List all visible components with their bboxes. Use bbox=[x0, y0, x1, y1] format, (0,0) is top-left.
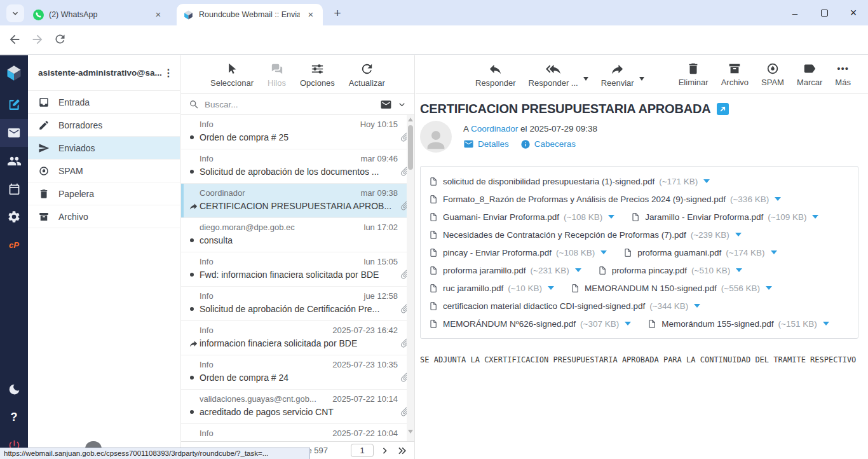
sidebar-item-enviados[interactable]: Enviados bbox=[28, 137, 180, 160]
reload-button[interactable] bbox=[53, 32, 69, 48]
spam-button[interactable]: SPAM bbox=[761, 62, 784, 87]
attachment-item[interactable]: solicitud de disponibilidad presupuestar… bbox=[429, 176, 710, 187]
chat-bubbles-icon bbox=[269, 62, 284, 76]
reply-all-button[interactable]: Responder ... bbox=[529, 62, 578, 88]
scroll-up-arrow[interactable] bbox=[408, 118, 413, 121]
headers-toggle[interactable]: Cabeceras bbox=[520, 139, 576, 149]
pdf-file-icon bbox=[429, 319, 438, 329]
message-row[interactable]: Infolun 15:05 Fwd: informacion finaciera… bbox=[181, 252, 414, 287]
attachment-item[interactable]: Guamani- Enviar Proforma.pdf(~108 KB) bbox=[429, 212, 614, 223]
attachment-item[interactable]: Memorándum 155-signed.pdf(~151 KB) bbox=[648, 319, 829, 329]
settings-nav-button[interactable] bbox=[0, 203, 28, 231]
headers-label: Cabeceras bbox=[534, 139, 576, 149]
message-row[interactable]: Infomar 09:46 Solicitud de aprobación de… bbox=[181, 149, 414, 184]
reply-button[interactable]: Responder bbox=[475, 62, 516, 88]
forward-button[interactable] bbox=[31, 32, 46, 48]
attachment-item[interactable]: MEMORÁNDUM Nº626-signed.pdf(~307 KB) bbox=[429, 319, 631, 329]
page-number-input[interactable] bbox=[351, 444, 374, 457]
sidebar-item-archivo[interactable]: Archivo bbox=[28, 205, 180, 228]
attachment-item[interactable]: Jaramillo - Enviar Proforma.pdf(~109 KB) bbox=[631, 212, 818, 223]
attachment-item[interactable]: Necesidades de Contratación y Recepción … bbox=[429, 230, 742, 240]
search-scope-mail-icon[interactable] bbox=[380, 99, 392, 111]
message-row[interactable]: Info2025-07-23 10:35 Orden de compra # 2… bbox=[181, 355, 414, 390]
scrollbar-thumb[interactable] bbox=[408, 125, 413, 170]
refresh-button[interactable]: Actualizar bbox=[349, 62, 385, 88]
message-row[interactable]: validaciones.guayas@cnt.gob...2025-07-22… bbox=[181, 390, 414, 424]
attachment-menu-caret-icon[interactable] bbox=[600, 250, 607, 254]
attachment-item[interactable]: proforma pincay.pdf(~510 KB) bbox=[598, 265, 742, 276]
window-minimize-button[interactable]: – bbox=[780, 0, 810, 25]
attachment-menu-caret-icon[interactable] bbox=[575, 268, 581, 272]
options-button[interactable]: Opciones bbox=[300, 62, 335, 88]
search-input[interactable] bbox=[205, 100, 375, 109]
attachment-menu-caret-icon[interactable] bbox=[548, 286, 554, 290]
attachment-menu-caret-icon[interactable] bbox=[812, 215, 818, 219]
archive-button[interactable]: Archivo bbox=[721, 62, 749, 87]
reply-all-icon bbox=[546, 62, 560, 76]
attachment-item[interactable]: certificacion material didactico CDI-sig… bbox=[429, 301, 700, 312]
pdf-file-icon bbox=[429, 194, 438, 205]
back-button[interactable] bbox=[8, 32, 23, 48]
attachment-item[interactable]: Formato_8_Razón de Proformas y Análisis … bbox=[429, 194, 781, 205]
tab-close-icon[interactable]: × bbox=[153, 9, 164, 20]
last-page-button[interactable] bbox=[397, 445, 408, 456]
list-scrollbar[interactable] bbox=[407, 115, 414, 441]
browser-tab-strip: (2) WhatsApp × Roundcube Webmail :: Envi… bbox=[0, 0, 868, 25]
tab-close-icon[interactable]: × bbox=[305, 9, 316, 20]
delete-button[interactable]: Eliminar bbox=[679, 62, 709, 87]
reply-all-dropdown-icon[interactable] bbox=[583, 77, 588, 81]
dark-mode-button[interactable] bbox=[0, 375, 28, 403]
message-row[interactable]: Info2025-07-23 16:42 informacion finacie… bbox=[181, 321, 414, 355]
attachment-menu-caret-icon[interactable] bbox=[703, 179, 710, 183]
compose-button[interactable] bbox=[0, 91, 28, 119]
new-tab-button[interactable]: + bbox=[329, 5, 346, 22]
cpanel-button[interactable]: cP bbox=[0, 231, 28, 259]
help-button[interactable]: ? bbox=[0, 403, 28, 431]
contacts-nav-button[interactable] bbox=[0, 147, 28, 175]
attachment-item[interactable]: MEMORANDUM N 150-signed.pdf(~556 KB) bbox=[571, 283, 772, 294]
attachment-menu-caret-icon[interactable] bbox=[694, 304, 700, 308]
more-button[interactable]: •••Más bbox=[835, 62, 851, 87]
threads-button[interactable]: Hilos bbox=[268, 62, 286, 88]
message-row-selected[interactable]: Coordinadormar 09:38 CERTIFICACION PRESU… bbox=[181, 184, 414, 218]
window-close-button[interactable]: × bbox=[839, 0, 868, 25]
tab-roundcube[interactable]: Roundcube Webmail :: Enviados × bbox=[177, 4, 323, 25]
message-row[interactable]: diego.moran@dpe.gob.eclun 17:02 consulta bbox=[181, 218, 414, 252]
select-button[interactable]: Seleccionar bbox=[210, 62, 254, 88]
sidebar-item-borradores[interactable]: Borradores bbox=[28, 114, 180, 137]
attachment-menu-caret-icon[interactable] bbox=[771, 250, 777, 254]
open-in-new-window-icon[interactable] bbox=[717, 103, 729, 115]
attachment-menu-caret-icon[interactable] bbox=[608, 215, 614, 219]
attachment-menu-caret-icon[interactable] bbox=[735, 233, 742, 236]
mail-nav-button[interactable] bbox=[0, 119, 28, 147]
sidebar-item-entrada[interactable]: Entrada bbox=[28, 91, 180, 114]
calendar-nav-button[interactable] bbox=[0, 175, 28, 203]
attachment-menu-caret-icon[interactable] bbox=[823, 322, 829, 325]
attachment-menu-caret-icon[interactable] bbox=[766, 286, 772, 290]
attachment-item[interactable]: proforma guamani.pdf(~174 KB) bbox=[623, 247, 776, 258]
folder-options-icon[interactable]: ⋮ bbox=[163, 67, 173, 79]
message-content: CERTIFICACION PRESUPUESTARIA APROBADA A … bbox=[416, 94, 868, 364]
forward-button[interactable]: Reenviar bbox=[601, 62, 634, 88]
next-page-button[interactable] bbox=[380, 446, 390, 456]
attachment-item[interactable]: pincay - Enviar Proforma.pdf(~108 KB) bbox=[429, 247, 607, 258]
tab-whatsapp[interactable]: (2) WhatsApp × bbox=[27, 4, 170, 25]
details-toggle[interactable]: Detalles bbox=[463, 139, 509, 149]
attachment-menu-caret-icon[interactable] bbox=[625, 322, 631, 325]
attachment-menu-caret-icon[interactable] bbox=[775, 197, 781, 201]
attachment-item[interactable]: proforma jaramillo.pdf(~231 KB) bbox=[429, 265, 581, 276]
scroll-down-arrow[interactable] bbox=[408, 430, 413, 434]
mark-button[interactable]: Marcar bbox=[797, 62, 822, 87]
sidebar-item-papelera[interactable]: Papelera bbox=[28, 182, 180, 205]
attachment-menu-caret-icon[interactable] bbox=[736, 268, 742, 272]
message-row[interactable]: InfoHoy 10:15 Orden de compra # 25 bbox=[181, 115, 414, 149]
search-options-chevron-icon[interactable] bbox=[397, 100, 407, 109]
tab-search-button[interactable] bbox=[6, 4, 24, 22]
sidebar-item-spam[interactable]: SPAM bbox=[28, 160, 180, 182]
window-maximize-button[interactable] bbox=[810, 0, 839, 25]
message-row[interactable]: Info2025-07-22 10:04 bbox=[181, 424, 414, 441]
attachment-item[interactable]: ruc jaramillo.pdf(~10 KB) bbox=[429, 283, 554, 294]
message-row[interactable]: Infojue 12:58 Solicitud de aprobación de… bbox=[181, 287, 414, 321]
forward-dropdown-icon[interactable] bbox=[639, 77, 644, 81]
recipient-link[interactable]: Coordinador bbox=[471, 124, 518, 134]
